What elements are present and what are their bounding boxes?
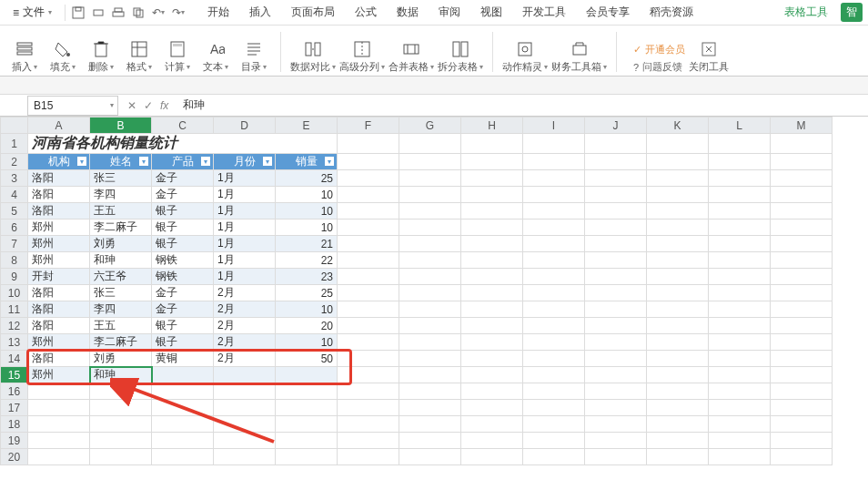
row-header-10[interactable]: 10: [1, 285, 28, 301]
table-header[interactable]: 产品▾: [152, 154, 214, 170]
cell[interactable]: [523, 367, 585, 383]
formula-input[interactable]: 和珅: [177, 97, 868, 113]
cell[interactable]: [771, 351, 833, 367]
cell-B5[interactable]: 王五: [90, 203, 152, 219]
cell-E7[interactable]: 21: [276, 236, 338, 252]
cell-C5[interactable]: 银子: [152, 203, 214, 219]
cell[interactable]: [647, 334, 709, 351]
cell[interactable]: [771, 416, 833, 433]
cell[interactable]: [523, 318, 585, 334]
cell[interactable]: [585, 236, 647, 252]
tab-pagelayout[interactable]: 页面布局: [289, 1, 337, 24]
cell[interactable]: [90, 449, 152, 465]
row-header-20[interactable]: 20: [1, 449, 28, 465]
cell[interactable]: [399, 285, 461, 301]
cell[interactable]: [461, 367, 523, 383]
cell[interactable]: [709, 318, 771, 334]
cell[interactable]: [523, 351, 585, 367]
cell[interactable]: [399, 203, 461, 219]
cell-D14[interactable]: 2月: [214, 351, 276, 367]
row-header-5[interactable]: 5: [1, 203, 28, 219]
cell[interactable]: [771, 449, 833, 465]
cell-E10[interactable]: 25: [276, 285, 338, 301]
cell[interactable]: [709, 236, 771, 252]
cell[interactable]: [523, 187, 585, 203]
cell[interactable]: [585, 433, 647, 449]
cell[interactable]: [338, 318, 399, 334]
cell-A15[interactable]: 郑州: [28, 367, 90, 383]
cell[interactable]: [585, 318, 647, 334]
cell[interactable]: [709, 219, 771, 236]
accept-icon[interactable]: ✓: [144, 99, 153, 112]
cell-D8[interactable]: 1月: [214, 252, 276, 269]
cell[interactable]: [399, 334, 461, 351]
cell[interactable]: [585, 449, 647, 465]
cell[interactable]: [399, 383, 461, 400]
cell-E15[interactable]: [276, 367, 338, 383]
cell[interactable]: [399, 154, 461, 170]
cell[interactable]: [585, 367, 647, 383]
cell-B8[interactable]: 和珅: [90, 252, 152, 269]
row-header-2[interactable]: 2: [1, 154, 28, 170]
cell[interactable]: [771, 383, 833, 400]
cell[interactable]: [523, 154, 585, 170]
cell-B14[interactable]: 刘勇: [90, 351, 152, 367]
tab-formula[interactable]: 公式: [353, 1, 378, 24]
cell[interactable]: [647, 318, 709, 334]
cell[interactable]: [771, 203, 833, 219]
ribbon-delete-button[interactable]: 删除▾: [84, 40, 118, 74]
row-header-13[interactable]: 13: [1, 334, 28, 351]
cell[interactable]: [461, 187, 523, 203]
cell[interactable]: [28, 383, 90, 400]
row-header-3[interactable]: 3: [1, 170, 28, 187]
cell[interactable]: [709, 351, 771, 367]
cell-A4[interactable]: 洛阳: [28, 187, 90, 203]
row-header-14[interactable]: 14: [1, 351, 28, 367]
cell-C9[interactable]: 钢铁: [152, 269, 214, 285]
cell[interactable]: [585, 203, 647, 219]
cell[interactable]: [338, 154, 399, 170]
ribbon-compare-button[interactable]: 数据对比▾: [290, 40, 336, 74]
cell[interactable]: [461, 203, 523, 219]
cell[interactable]: [338, 187, 399, 203]
col-header-B[interactable]: B: [90, 117, 152, 134]
cell[interactable]: [276, 416, 338, 433]
cell[interactable]: [585, 334, 647, 351]
col-header-E[interactable]: E: [276, 117, 338, 134]
cell[interactable]: [28, 400, 90, 416]
cell-D5[interactable]: 1月: [214, 203, 276, 219]
cell[interactable]: [709, 416, 771, 433]
cell[interactable]: [338, 252, 399, 269]
cell-A10[interactable]: 洛阳: [28, 285, 90, 301]
cell-B15[interactable]: 和珅: [90, 367, 152, 383]
close-tool-button[interactable]: 关闭工具: [689, 40, 729, 74]
cell[interactable]: [709, 383, 771, 400]
cell-D3[interactable]: 1月: [214, 170, 276, 187]
filter-icon[interactable]: ▾: [76, 156, 87, 167]
cell[interactable]: [647, 154, 709, 170]
cell[interactable]: [647, 449, 709, 465]
print-icon[interactable]: [111, 5, 126, 20]
cell[interactable]: [647, 187, 709, 203]
cell[interactable]: [338, 170, 399, 187]
cell-B12[interactable]: 王五: [90, 318, 152, 334]
cell[interactable]: [276, 433, 338, 449]
cell-D9[interactable]: 1月: [214, 269, 276, 285]
cell[interactable]: [338, 334, 399, 351]
cell-B7[interactable]: 刘勇: [90, 236, 152, 252]
col-header-F[interactable]: F: [338, 117, 399, 134]
cell[interactable]: [461, 269, 523, 285]
cell[interactable]: [709, 433, 771, 449]
cell[interactable]: [461, 334, 523, 351]
print-preview-icon[interactable]: [91, 5, 106, 20]
cell[interactable]: [399, 187, 461, 203]
cell-D10[interactable]: 2月: [214, 285, 276, 301]
cell[interactable]: [399, 252, 461, 269]
cell[interactable]: [585, 383, 647, 400]
col-header-K[interactable]: K: [647, 117, 709, 134]
cell[interactable]: [647, 285, 709, 301]
ribbon-fill-button[interactable]: 填充▾: [45, 40, 80, 74]
cell[interactable]: [338, 433, 399, 449]
cell[interactable]: [771, 433, 833, 449]
cell[interactable]: [523, 203, 585, 219]
